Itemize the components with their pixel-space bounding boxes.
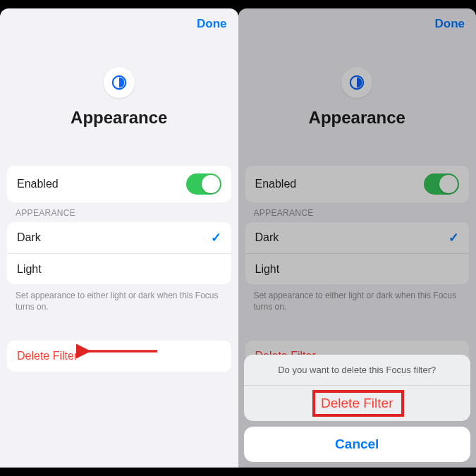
checkmark-icon: ✓ (448, 230, 459, 245)
option-light-label: Light (17, 263, 42, 276)
enabled-row: Enabled (7, 166, 231, 202)
confirm-action-sheet: Do you want to delete this Focus filter?… (244, 355, 471, 462)
enabled-row-group: Enabled (7, 166, 231, 202)
appearance-section-header: APPEARANCE (0, 202, 238, 222)
icon-container (238, 67, 477, 98)
option-dark-label: Dark (17, 231, 41, 244)
done-button[interactable]: Done (197, 17, 227, 31)
action-sheet-prompt: Do you want to delete this Focus filter? (244, 355, 471, 386)
option-light[interactable]: Light (7, 253, 231, 284)
enabled-label: Enabled (255, 178, 297, 190)
option-light[interactable]: Light (245, 253, 470, 284)
enabled-toggle[interactable] (424, 173, 459, 195)
delete-filter-button[interactable]: Delete Filter (7, 341, 231, 372)
appearance-options-group: Dark ✓ Light (7, 222, 231, 284)
action-sheet-delete-button[interactable]: Delete Filter (244, 386, 471, 421)
page-title: Appearance (238, 108, 477, 128)
option-dark-label: Dark (255, 231, 279, 244)
enabled-label: Enabled (17, 178, 59, 190)
enabled-row: Enabled (245, 166, 470, 202)
sheet-header: Done (238, 8, 477, 35)
delete-row-group: Delete Filter (7, 341, 231, 372)
sheet-header: Done (0, 8, 238, 35)
option-light-label: Light (255, 263, 280, 276)
done-button[interactable]: Done (435, 17, 465, 31)
appearance-icon (104, 67, 135, 98)
option-dark[interactable]: Dark ✓ (245, 222, 470, 253)
enabled-toggle[interactable] (186, 173, 221, 195)
page-title: Appearance (0, 108, 238, 128)
appearance-footer-note: Set appearance to either light or dark w… (0, 284, 238, 312)
icon-container (0, 67, 238, 98)
settings-sheet-modal: Done Appearance Enabled APPEARANCE Dark … (238, 8, 477, 468)
appearance-options-group: Dark ✓ Light (245, 222, 470, 284)
appearance-footer-note: Set appearance to either light or dark w… (238, 284, 477, 312)
settings-sheet: Done Appearance Enabled APPEARANCE Dark … (0, 8, 238, 468)
appearance-section-header: APPEARANCE (238, 202, 477, 222)
option-dark[interactable]: Dark ✓ (7, 222, 231, 253)
action-sheet-cancel-button[interactable]: Cancel (244, 427, 471, 462)
delete-filter-label: Delete Filter (17, 350, 78, 362)
checkmark-icon: ✓ (211, 230, 221, 245)
enabled-row-group: Enabled (245, 166, 470, 202)
appearance-icon (341, 67, 372, 98)
